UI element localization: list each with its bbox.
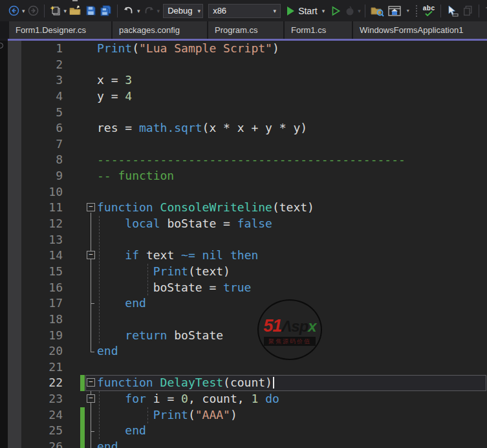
spell-check-button[interactable]: abc — [422, 3, 437, 19]
line-list-button[interactable] — [483, 3, 487, 19]
back-circle-arrow-icon — [8, 5, 19, 16]
fold-collapse-toggle[interactable]: − — [87, 251, 95, 259]
tab-windowsformsapplication1[interactable]: WindowsFormsApplication1 — [353, 21, 487, 39]
code-line-13[interactable]: 13 — [8, 232, 487, 248]
line-number: 22 — [21, 375, 63, 391]
code-text: return boState — [97, 328, 223, 344]
code-text: boState = true — [97, 280, 251, 296]
code-text: Print("Lua Sample Script") — [97, 41, 279, 57]
code-line-25[interactable]: 25 end — [8, 423, 487, 439]
save-floppy-icon — [85, 5, 96, 16]
save-button[interactable] — [84, 3, 98, 19]
start-dropdown-chevron: ▾ — [322, 8, 325, 14]
save-all-icon — [100, 5, 112, 16]
line-number: 12 — [21, 216, 63, 232]
line-number: 13 — [21, 232, 63, 248]
solution-platform-combo[interactable]: x86 ▾ — [208, 4, 281, 18]
code-line-11[interactable]: 11−function ConsoleWriteline(text) — [8, 200, 487, 216]
fold-collapse-toggle[interactable]: − — [87, 378, 95, 387]
back-dropdown-chevron[interactable]: ▾ — [22, 8, 25, 14]
fold-collapse-toggle[interactable]: − — [87, 394, 95, 403]
code-line-5[interactable]: 5 — [8, 105, 487, 121]
code-line-16[interactable]: 16 boState = true — [8, 280, 487, 296]
code-line-3[interactable]: 3x = 3 — [8, 72, 487, 89]
profiler-button[interactable] — [343, 3, 356, 19]
code-line-26[interactable]: 26end — [8, 439, 487, 448]
undo-button[interactable] — [122, 3, 136, 19]
find-in-files-button[interactable] — [369, 3, 385, 19]
code-line-19[interactable]: 19 return boState — [8, 328, 487, 344]
code-line-9[interactable]: 9-- function — [8, 168, 487, 184]
line-number: 7 — [21, 136, 63, 153]
properties-window-button[interactable] — [387, 3, 402, 19]
code-line-24[interactable]: 24 Print("AAA") — [8, 407, 487, 423]
code-text: Print("AAA") — [97, 407, 237, 423]
code-line-1[interactable]: 1Print("Lua Sample Script") — [8, 41, 487, 57]
code-line-23[interactable]: 23− for i = 0, count, 1 do — [8, 391, 487, 407]
line-number: 19 — [21, 328, 63, 344]
new-item-button[interactable] — [49, 3, 63, 19]
toolbar-separator — [440, 5, 441, 17]
code-editor[interactable]: 1Print("Lua Sample Script")23x = 34y = 4… — [0, 41, 487, 448]
tab-form1-cs[interactable]: Form1.cs — [285, 21, 352, 39]
list-lines-icon — [484, 6, 487, 16]
tab-packages-config[interactable]: packages.config — [113, 21, 207, 39]
code-line-10[interactable]: 10 — [8, 184, 487, 200]
tab-form1-designer-cs[interactable]: Form1.Designer.cs — [9, 21, 111, 39]
play-outline-icon — [331, 6, 341, 16]
profiler-dropdown-chevron[interactable]: ▾ — [358, 8, 361, 14]
start-label: Start — [298, 6, 318, 16]
toolbar-separator — [365, 5, 365, 17]
rail-glyph-icon — [0, 43, 3, 48]
code-line-14[interactable]: 14− if text ~= nil then — [8, 248, 487, 264]
solution-configuration-combo[interactable]: Debug ▾ — [163, 4, 203, 18]
line-number: 11 — [21, 200, 63, 216]
line-number: 14 — [21, 248, 63, 264]
overflow-bar-icon — [72, 0, 78, 1]
line-number: 16 — [21, 280, 63, 296]
code-line-2[interactable]: 2 — [8, 57, 487, 73]
start-without-debugging-button[interactable] — [330, 3, 342, 19]
undo-dropdown-chevron[interactable]: ▾ — [137, 8, 140, 14]
watermark-aspx: Λsp — [281, 317, 308, 335]
tab-label: Form1.cs — [291, 25, 326, 35]
open-file-button[interactable] — [68, 3, 83, 19]
abc-check-icon: abc — [423, 5, 435, 16]
toolbar-overflow-button[interactable]: ▾ — [404, 9, 412, 13]
new-item-dropdown-chevron[interactable]: ▾ — [64, 8, 67, 14]
code-text: -- function — [97, 168, 174, 184]
toolbar-drag-handle[interactable] — [415, 4, 418, 18]
code-line-20[interactable]: 20end — [8, 343, 487, 359]
toolbar-separator — [44, 5, 45, 17]
code-line-12[interactable]: 12 local boState = false — [8, 216, 487, 232]
navigate-back-button[interactable] — [7, 3, 21, 19]
play-icon — [287, 6, 294, 16]
code-line-4[interactable]: 4y = 4 — [8, 89, 487, 105]
code-line-8[interactable]: 8---------------------------------------… — [8, 152, 487, 168]
code-line-22[interactable]: 22−function DelayTest(count) — [8, 375, 487, 391]
watermark: 51Λspx 聚焦源码价值 — [257, 299, 322, 360]
open-folder-icon — [69, 5, 81, 16]
code-line-6[interactable]: 6res = math.sqrt(x * x + y * y) — [8, 120, 487, 136]
code-line-15[interactable]: 15 Print(text) — [8, 264, 487, 280]
tab-label: packages.config — [119, 25, 180, 35]
folder-search-icon — [371, 5, 384, 17]
watermark-51: 51 — [263, 316, 281, 336]
code-line-21[interactable]: 21 — [8, 359, 487, 376]
code-line-7[interactable]: 7 — [8, 136, 487, 153]
redo-button[interactable] — [142, 3, 156, 19]
insert-mode-button[interactable] — [445, 3, 460, 19]
navigate-forward-button[interactable] — [27, 3, 40, 19]
line-number: 1 — [21, 41, 63, 57]
copy-button[interactable] — [461, 3, 475, 19]
redo-dropdown-chevron[interactable]: ▾ — [157, 8, 160, 14]
code-line-17[interactable]: 17 end — [8, 295, 487, 312]
line-number: 18 — [21, 312, 63, 328]
tab-program-cs[interactable]: Program.cs — [208, 21, 283, 39]
line-number: 21 — [21, 359, 63, 376]
save-all-button[interactable] — [99, 3, 113, 19]
code-line-18[interactable]: 18 — [8, 312, 487, 328]
start-debugging-button[interactable]: Start ▾ — [287, 6, 325, 16]
fold-collapse-toggle[interactable]: − — [87, 203, 95, 211]
line-number: 25 — [21, 423, 63, 439]
